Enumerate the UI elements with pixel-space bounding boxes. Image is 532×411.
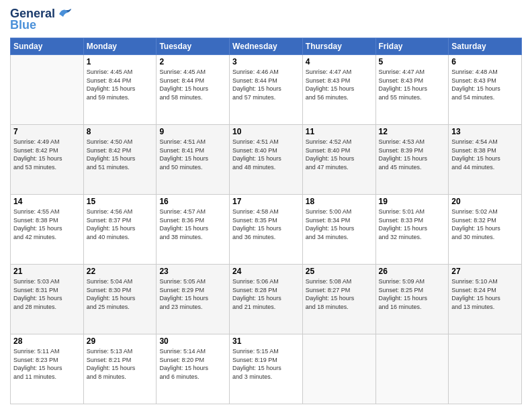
calendar-week-row: 14Sunrise: 4:55 AM Sunset: 8:38 PM Dayli… xyxy=(11,195,522,265)
day-number: 21 xyxy=(13,267,81,276)
calendar-cell: 2Sunrise: 4:45 AM Sunset: 8:44 PM Daylig… xyxy=(157,55,230,125)
calendar-cell: 10Sunrise: 4:51 AM Sunset: 8:40 PM Dayli… xyxy=(230,125,303,195)
day-info: Sunrise: 4:48 AM Sunset: 8:43 PM Dayligh… xyxy=(451,68,519,101)
day-number: 23 xyxy=(159,267,226,276)
weekday-header: Wednesday xyxy=(230,38,303,55)
calendar-cell: 14Sunrise: 4:55 AM Sunset: 8:38 PM Dayli… xyxy=(11,195,84,265)
day-info: Sunrise: 4:47 AM Sunset: 8:43 PM Dayligh… xyxy=(379,68,446,101)
day-number: 27 xyxy=(451,267,519,276)
calendar-cell xyxy=(302,334,375,404)
weekday-header: Monday xyxy=(83,38,157,55)
day-info: Sunrise: 4:50 AM Sunset: 8:42 PM Dayligh… xyxy=(87,138,154,171)
calendar-cell: 30Sunrise: 5:14 AM Sunset: 8:20 PM Dayli… xyxy=(157,334,230,404)
day-info: Sunrise: 5:05 AM Sunset: 8:29 PM Dayligh… xyxy=(159,277,226,311)
calendar-cell: 26Sunrise: 5:09 AM Sunset: 8:25 PM Dayli… xyxy=(375,265,449,334)
calendar-week-row: 7Sunrise: 4:49 AM Sunset: 8:42 PM Daylig… xyxy=(11,125,522,195)
day-info: Sunrise: 4:58 AM Sunset: 8:35 PM Dayligh… xyxy=(232,208,300,241)
page: General Blue SundayMondayTuesdayWednesda… xyxy=(0,0,532,411)
day-number: 2 xyxy=(159,57,226,66)
day-number: 11 xyxy=(306,127,373,136)
calendar-cell: 3Sunrise: 4:46 AM Sunset: 8:44 PM Daylig… xyxy=(230,55,303,125)
day-info: Sunrise: 5:04 AM Sunset: 8:30 PM Dayligh… xyxy=(87,277,154,311)
day-info: Sunrise: 4:51 AM Sunset: 8:40 PM Dayligh… xyxy=(232,138,300,171)
calendar-cell: 4Sunrise: 4:47 AM Sunset: 8:43 PM Daylig… xyxy=(302,55,375,125)
calendar-cell: 1Sunrise: 4:45 AM Sunset: 8:44 PM Daylig… xyxy=(83,55,157,125)
calendar-cell: 12Sunrise: 4:53 AM Sunset: 8:39 PM Dayli… xyxy=(375,125,449,195)
day-info: Sunrise: 4:57 AM Sunset: 8:36 PM Dayligh… xyxy=(159,208,226,241)
day-info: Sunrise: 5:14 AM Sunset: 8:20 PM Dayligh… xyxy=(159,347,226,381)
calendar-cell: 22Sunrise: 5:04 AM Sunset: 8:30 PM Dayli… xyxy=(83,265,157,334)
day-number: 8 xyxy=(87,127,154,136)
day-info: Sunrise: 5:10 AM Sunset: 8:24 PM Dayligh… xyxy=(451,277,519,311)
day-number: 7 xyxy=(13,127,81,136)
day-info: Sunrise: 4:49 AM Sunset: 8:42 PM Dayligh… xyxy=(13,138,81,171)
calendar-cell: 13Sunrise: 4:54 AM Sunset: 8:38 PM Dayli… xyxy=(449,125,522,195)
day-number: 12 xyxy=(379,127,446,136)
day-number: 6 xyxy=(451,57,519,66)
calendar-cell xyxy=(449,334,522,404)
calendar-week-row: 28Sunrise: 5:11 AM Sunset: 8:23 PM Dayli… xyxy=(11,334,522,404)
calendar-cell xyxy=(11,55,84,125)
day-info: Sunrise: 5:01 AM Sunset: 8:33 PM Dayligh… xyxy=(379,208,446,241)
day-info: Sunrise: 5:00 AM Sunset: 8:34 PM Dayligh… xyxy=(306,208,373,241)
day-info: Sunrise: 5:11 AM Sunset: 8:23 PM Dayligh… xyxy=(13,347,81,381)
day-number: 3 xyxy=(232,57,300,66)
day-number: 19 xyxy=(379,197,446,206)
calendar-cell: 11Sunrise: 4:52 AM Sunset: 8:40 PM Dayli… xyxy=(302,125,375,195)
day-number: 26 xyxy=(379,267,446,276)
calendar-cell: 6Sunrise: 4:48 AM Sunset: 8:43 PM Daylig… xyxy=(449,55,522,125)
day-info: Sunrise: 4:47 AM Sunset: 8:43 PM Dayligh… xyxy=(306,68,373,101)
day-info: Sunrise: 4:56 AM Sunset: 8:37 PM Dayligh… xyxy=(87,208,154,241)
day-info: Sunrise: 4:46 AM Sunset: 8:44 PM Dayligh… xyxy=(232,68,300,101)
calendar-table: SundayMondayTuesdayWednesdayThursdayFrid… xyxy=(10,38,522,404)
day-number: 20 xyxy=(451,197,519,206)
day-number: 4 xyxy=(306,57,373,66)
day-number: 28 xyxy=(13,336,81,346)
day-info: Sunrise: 4:45 AM Sunset: 8:44 PM Dayligh… xyxy=(87,68,154,101)
calendar-cell: 8Sunrise: 4:50 AM Sunset: 8:42 PM Daylig… xyxy=(83,125,157,195)
day-info: Sunrise: 5:09 AM Sunset: 8:25 PM Dayligh… xyxy=(379,277,446,311)
day-number: 22 xyxy=(87,267,154,276)
day-info: Sunrise: 5:03 AM Sunset: 8:31 PM Dayligh… xyxy=(13,277,81,311)
day-number: 25 xyxy=(306,267,373,276)
weekday-header: Sunday xyxy=(11,38,84,55)
day-number: 24 xyxy=(232,267,300,276)
calendar-cell: 16Sunrise: 4:57 AM Sunset: 8:36 PM Dayli… xyxy=(157,195,230,265)
calendar-cell: 29Sunrise: 5:13 AM Sunset: 8:21 PM Dayli… xyxy=(83,334,157,404)
weekday-header: Tuesday xyxy=(157,38,230,55)
day-number: 10 xyxy=(232,127,300,136)
day-number: 5 xyxy=(379,57,446,66)
day-number: 16 xyxy=(159,197,226,206)
day-info: Sunrise: 4:52 AM Sunset: 8:40 PM Dayligh… xyxy=(306,138,373,171)
calendar-cell: 31Sunrise: 5:15 AM Sunset: 8:19 PM Dayli… xyxy=(230,334,303,404)
day-number: 30 xyxy=(159,336,226,346)
day-info: Sunrise: 5:06 AM Sunset: 8:28 PM Dayligh… xyxy=(232,277,300,311)
weekday-header: Saturday xyxy=(449,38,522,55)
calendar-cell: 9Sunrise: 4:51 AM Sunset: 8:41 PM Daylig… xyxy=(157,125,230,195)
calendar-cell: 27Sunrise: 5:10 AM Sunset: 8:24 PM Dayli… xyxy=(449,265,522,334)
calendar-cell: 19Sunrise: 5:01 AM Sunset: 8:33 PM Dayli… xyxy=(375,195,449,265)
weekday-header: Thursday xyxy=(302,38,375,55)
day-number: 14 xyxy=(13,197,81,206)
logo-blue-text: Blue xyxy=(10,18,36,32)
calendar-cell: 17Sunrise: 4:58 AM Sunset: 8:35 PM Dayli… xyxy=(230,195,303,265)
calendar-cell: 7Sunrise: 4:49 AM Sunset: 8:42 PM Daylig… xyxy=(11,125,84,195)
day-number: 31 xyxy=(232,336,300,346)
day-number: 1 xyxy=(87,57,154,66)
header: General Blue xyxy=(10,7,522,32)
calendar-cell: 20Sunrise: 5:02 AM Sunset: 8:32 PM Dayli… xyxy=(449,195,522,265)
day-number: 13 xyxy=(451,127,519,136)
day-info: Sunrise: 4:53 AM Sunset: 8:39 PM Dayligh… xyxy=(379,138,446,171)
calendar-cell: 25Sunrise: 5:08 AM Sunset: 8:27 PM Dayli… xyxy=(302,265,375,334)
day-info: Sunrise: 5:02 AM Sunset: 8:32 PM Dayligh… xyxy=(451,208,519,241)
calendar-week-row: 21Sunrise: 5:03 AM Sunset: 8:31 PM Dayli… xyxy=(11,265,522,334)
weekday-header: Friday xyxy=(375,38,449,55)
calendar-cell: 15Sunrise: 4:56 AM Sunset: 8:37 PM Dayli… xyxy=(83,195,157,265)
calendar-cell: 23Sunrise: 5:05 AM Sunset: 8:29 PM Dayli… xyxy=(157,265,230,334)
logo-bird-icon xyxy=(58,7,73,19)
calendar-cell: 18Sunrise: 5:00 AM Sunset: 8:34 PM Dayli… xyxy=(302,195,375,265)
day-number: 15 xyxy=(87,197,154,206)
day-info: Sunrise: 5:08 AM Sunset: 8:27 PM Dayligh… xyxy=(306,277,373,311)
calendar-cell: 24Sunrise: 5:06 AM Sunset: 8:28 PM Dayli… xyxy=(230,265,303,334)
day-info: Sunrise: 4:45 AM Sunset: 8:44 PM Dayligh… xyxy=(159,68,226,101)
